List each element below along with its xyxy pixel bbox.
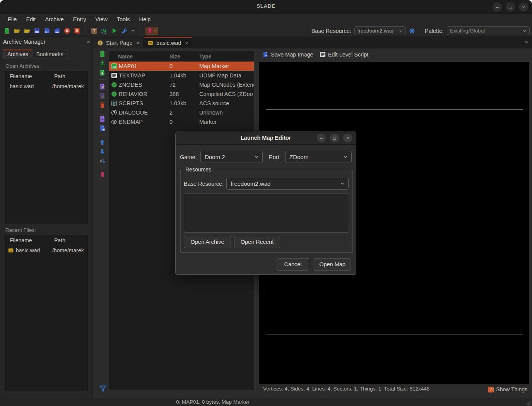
chevron-down-icon xyxy=(340,182,344,186)
status-bar: 0: MAP01, 0 bytes, Map Marker xyxy=(0,398,532,406)
close-all-icon[interactable] xyxy=(74,27,80,34)
titlebar: SLADE – □ × xyxy=(0,0,532,14)
toolbar-separator xyxy=(98,168,106,168)
save-all-icon[interactable] xyxy=(54,27,60,34)
sort-entries-icon[interactable] xyxy=(99,158,106,164)
open-archive-icon[interactable] xyxy=(14,27,20,34)
save-map-image-button[interactable]: Save Map Image xyxy=(262,51,313,58)
run-icon[interactable] xyxy=(111,27,118,34)
maximize-button[interactable]: □ xyxy=(506,2,515,12)
table-row[interactable]: TEXTMAP 1.04kb UDMF Map Data xyxy=(109,71,254,80)
tab-archives[interactable]: Archives xyxy=(3,50,33,58)
base-resource-settings-icon[interactable] xyxy=(409,28,415,34)
table-row[interactable]: m MAP01 0 Map Marker xyxy=(109,62,254,71)
svg-text:M: M xyxy=(103,28,106,33)
import-entry-file-icon[interactable] xyxy=(99,125,106,132)
menu-bar: File Edit Archive Entry View Tools Help xyxy=(0,14,532,25)
svg-text:W: W xyxy=(149,41,152,45)
open-archive-button[interactable]: Open Archive xyxy=(184,236,231,248)
launch-map-editor-dialog: Launch Map Editor – □ × Game: Doom 2 Por… xyxy=(175,131,356,275)
dialog-close-button[interactable]: × xyxy=(343,134,352,142)
dialog-base-resource-dropdown[interactable]: freedoom2.wad xyxy=(226,178,349,190)
map-editor-icon[interactable]: M xyxy=(101,27,108,34)
open-map-button[interactable]: Open Map xyxy=(314,258,351,271)
menu-archive[interactable]: Archive xyxy=(40,16,68,22)
unknown-entry-icon: ? xyxy=(111,110,117,116)
menu-tools[interactable]: Tools xyxy=(112,16,135,22)
resize-grip[interactable] xyxy=(525,399,531,405)
new-archive-icon[interactable] xyxy=(3,27,10,34)
status-text: 0: MAP01, 0 bytes, Map Marker xyxy=(176,399,250,405)
map-preview-toolbar: Save Map Image Edit Level Script xyxy=(262,51,368,58)
map-marker-entry-icon: m xyxy=(111,63,117,69)
archive-manager-close-icon[interactable]: × xyxy=(87,38,90,45)
close-button[interactable]: × xyxy=(519,2,528,12)
import-entry-icon[interactable] xyxy=(99,60,106,67)
tab-start-page[interactable]: S Start Page × xyxy=(93,38,144,48)
svg-text:m: m xyxy=(113,65,116,69)
table-row[interactable]: ? DIALOGUE 2 Unknown xyxy=(109,108,254,117)
entry-toolbar xyxy=(96,51,108,178)
close-icon: × xyxy=(346,135,349,141)
bookmark-entry-icon[interactable] xyxy=(99,171,106,178)
minimize-icon: – xyxy=(496,5,498,10)
table-row[interactable]: W basic.wad /home/marek xyxy=(6,245,87,255)
save-icon[interactable] xyxy=(34,27,40,34)
close-tab-icon[interactable]: × xyxy=(137,40,140,46)
delete-entry-icon[interactable] xyxy=(99,102,106,108)
entry-list-header: Name Size Type xyxy=(109,51,254,62)
save-as-icon[interactable] xyxy=(44,27,50,34)
table-row[interactable]: basic.wad /home/marek xyxy=(6,81,87,91)
filter-icon[interactable] xyxy=(99,384,107,393)
port-label: Port: xyxy=(269,154,281,160)
texture-editor-icon[interactable]: T xyxy=(91,27,98,34)
base-resource-dropdown[interactable]: freedoom2.wad xyxy=(354,26,406,35)
tab-list-chevron-icon[interactable] xyxy=(524,40,529,45)
rename-entry-icon[interactable] xyxy=(99,83,106,90)
close-tab-icon[interactable]: × xyxy=(185,40,188,46)
wad-file-icon: W xyxy=(8,247,14,254)
import-files-icon[interactable] xyxy=(99,69,106,76)
new-entry-icon[interactable] xyxy=(99,51,106,57)
open-archives-header: Filename Path xyxy=(6,71,87,81)
wrench-icon[interactable] xyxy=(121,27,128,34)
move-down-icon[interactable] xyxy=(99,148,106,155)
tab-basic-wad[interactable]: W basic.wad × xyxy=(144,37,192,48)
table-row[interactable]: ZNODES 72 Map GLNodes (Extend xyxy=(109,80,254,89)
rename-each-entry-icon[interactable] xyxy=(99,93,106,99)
open-recent-button[interactable]: Open Recent xyxy=(234,236,280,248)
open-directory-icon[interactable] xyxy=(24,27,30,34)
palette-dropdown[interactable]: Existing/Global xyxy=(447,26,530,35)
tab-bookmarks[interactable]: Bookmarks xyxy=(33,50,68,58)
dialog-minimize-button[interactable]: – xyxy=(317,134,326,142)
menu-entry[interactable]: Entry xyxy=(68,16,91,22)
open-archives-table: Filename Path basic.wad /home/marek xyxy=(5,71,88,224)
minimize-button[interactable]: – xyxy=(493,2,502,12)
toolbar-separator xyxy=(98,135,106,135)
cancel-button[interactable]: Cancel xyxy=(277,258,309,271)
menu-view[interactable]: View xyxy=(91,16,112,22)
close-archive-icon[interactable] xyxy=(64,27,70,34)
text-entry-icon xyxy=(111,72,117,79)
table-row[interactable]: {} SCRIPTS 1.03kb ACS source xyxy=(109,99,254,108)
tools-chevron-icon[interactable] xyxy=(131,29,135,33)
menu-edit[interactable]: Edit xyxy=(21,16,40,22)
dialog-maximize-button[interactable]: □ xyxy=(330,134,339,142)
table-row[interactable]: BEHAVIOR 388 Compiled ACS (ZDoo xyxy=(109,89,254,99)
bookmark-button[interactable] xyxy=(145,27,158,35)
port-dropdown[interactable]: ZDoom xyxy=(285,151,352,163)
table-row[interactable]: ENDMAP 0 Marker xyxy=(109,117,254,127)
menu-file[interactable]: File xyxy=(3,16,21,22)
save-image-icon xyxy=(262,51,269,58)
toolbar-separator xyxy=(86,27,86,34)
show-things-checkbox[interactable]: ✓ Show Things xyxy=(488,386,527,392)
svg-text:W: W xyxy=(9,249,12,252)
resource-archives-listbox[interactable] xyxy=(184,193,349,233)
resources-label: Resources xyxy=(184,166,213,173)
game-dropdown[interactable]: Doom 2 xyxy=(200,151,263,163)
export-entry-icon[interactable] xyxy=(99,116,106,122)
script-icon xyxy=(320,51,326,58)
menu-help[interactable]: Help xyxy=(135,16,156,22)
edit-level-script-button[interactable]: Edit Level Script xyxy=(320,51,369,58)
move-up-icon[interactable] xyxy=(99,139,106,146)
